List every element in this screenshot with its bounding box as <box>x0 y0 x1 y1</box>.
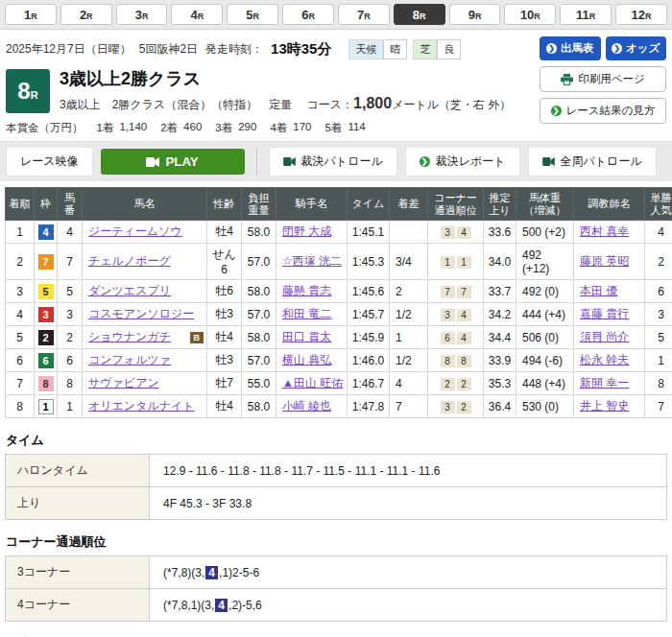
trainer-link[interactable]: 松永 幹夫 <box>580 353 629 366</box>
jockey-link[interactable]: ☆西塚 洸二 <box>282 254 342 268</box>
corner-position: 3 <box>441 226 455 239</box>
blinker-badge: B <box>190 332 204 343</box>
corner-position: 2 <box>457 401 471 413</box>
odds-button[interactable]: ❯オッズ <box>606 36 667 60</box>
time-section-title: タイム <box>6 432 666 449</box>
race-tab-1[interactable]: 1R <box>5 4 57 25</box>
corner-position: 8 <box>441 355 455 367</box>
corner-position: 1 <box>457 256 471 269</box>
trainer-link[interactable]: 西村 真幸 <box>580 224 629 238</box>
jockey-link[interactable]: 横山 典弘 <box>282 353 331 366</box>
table-row: 2 7 7 チェルノボーグ せん6 57.0 ☆西塚 洸二 1:45.3 3/4… <box>6 244 672 280</box>
videocam-icon <box>542 157 555 166</box>
race-tab-11[interactable]: 11R <box>560 4 612 25</box>
race-date: 2025年12月7日（日曜） <box>6 41 132 58</box>
frame-badge: 5 <box>38 284 54 299</box>
trainer-link[interactable]: 本田 優 <box>580 284 617 297</box>
trainer-link[interactable]: 新開 幸一 <box>580 376 629 389</box>
horse-link[interactable]: サヴァビアン <box>88 376 159 389</box>
race-tab-4[interactable]: 4R <box>171 4 223 25</box>
jockey-link[interactable]: 和田 竜二 <box>282 307 331 320</box>
col-header-corner-order: コーナー 通過順位 <box>428 188 484 221</box>
turf-label: 芝 <box>413 39 437 59</box>
full-patrol-button[interactable]: 全周パトロール <box>528 147 657 177</box>
race-tab-6[interactable]: 6R <box>282 4 334 25</box>
jockey-link[interactable]: 田口 貫太 <box>282 330 331 343</box>
col-header-finish: 着順 <box>6 188 35 221</box>
jockey-link[interactable]: 藤懸 貴志 <box>282 284 331 297</box>
col-header-popularity: 単勝 人気 <box>645 188 672 221</box>
col-header-weight-carried: 負担 重量 <box>242 188 276 221</box>
trainer-link[interactable]: 藤原 英昭 <box>580 254 629 268</box>
race-conditions: 3歳以上 2勝クラス（混合）（特指） 定量 コース：1,800メートル（芝・右 … <box>60 95 511 113</box>
race-video-button[interactable]: レース映像 <box>6 147 93 177</box>
horse-link[interactable]: ダンツエスプリ <box>88 284 171 297</box>
trainer-link[interactable]: 井上 智史 <box>580 399 629 413</box>
corner-3-label: 3コーナー <box>6 556 150 589</box>
col-header-margin: 着差 <box>390 188 428 221</box>
corner-position: 7 <box>441 286 455 298</box>
arrow-circle-icon: ❯ <box>420 156 430 167</box>
corner-4-order: (*7,8,1)(3,4,2)-5,6 <box>150 589 667 622</box>
col-header-horse-weight: 馬体重 （増減） <box>516 188 574 221</box>
corner-3-order: (*7,8)(3,4,1)2-5-6 <box>150 556 667 589</box>
frame-badge: 4 <box>38 224 54 240</box>
race-tab-10[interactable]: 10R <box>504 4 556 25</box>
furlong-times-label: ハロンタイム <box>6 455 150 487</box>
jockey-link[interactable]: 団野 大成 <box>282 224 331 238</box>
race-tab-7[interactable]: 7R <box>338 4 390 25</box>
weather-label: 天候 <box>348 39 383 59</box>
stewards-patrol-button[interactable]: 裁決パトロール <box>269 147 397 177</box>
play-button[interactable]: PLAY <box>101 149 245 175</box>
arrow-circle-icon: ❯ <box>546 43 557 54</box>
race-tab-12[interactable]: 12R <box>615 4 667 25</box>
jockey-link[interactable]: 小崎 綾也 <box>282 399 331 413</box>
stewards-report-button[interactable]: ❯裁決レポート <box>405 147 520 177</box>
horse-link[interactable]: コンフォルツァ <box>88 353 171 366</box>
col-header-sex-age: 性齢 <box>207 188 242 221</box>
col-header-time: タイム <box>348 188 390 221</box>
table-row: 8 1 1 オリエンタルナイト 牡4 58.0 小崎 綾也 1:47.8 7 3… <box>6 395 672 418</box>
start-time: 13時35分 <box>271 40 331 59</box>
winner-highlight: 4 <box>215 599 228 612</box>
prize-label: 本賞金（万円） <box>6 121 84 135</box>
jockey-link[interactable]: ▲田山 旺佑 <box>282 376 343 389</box>
videocam-icon <box>146 157 159 167</box>
frame-badge: 7 <box>38 254 54 270</box>
race-tab-5[interactable]: 5R <box>227 4 278 25</box>
race-tab-2[interactable]: 2R <box>60 4 112 25</box>
frame-badge: 3 <box>38 307 54 322</box>
race-number-badge: 8R <box>6 69 50 113</box>
winner-highlight: 4 <box>205 566 218 579</box>
col-header-horse-name: 馬名 <box>83 188 207 221</box>
trainer-link[interactable]: 須貝 尚介 <box>580 330 629 343</box>
horse-link[interactable]: オリエンタルナイト <box>88 399 195 413</box>
course-unit: メートル（芝・右 外） <box>392 98 511 111</box>
race-tab-8-active[interactable]: 8R <box>394 4 445 25</box>
corner-table: 3コーナー (*7,8)(3,4,1)2-5-6 4コーナー (*7,8,1)(… <box>5 555 667 622</box>
race-tab-9[interactable]: 9R <box>449 4 501 25</box>
frame-badge: 2 <box>38 330 54 345</box>
time-table: ハロンタイム 12.9 - 11.6 - 11.8 - 11.8 - 11.7 … <box>5 454 667 520</box>
race-tab-3[interactable]: 3R <box>116 4 168 25</box>
trainer-link[interactable]: 嘉藤 貴行 <box>580 307 629 320</box>
horse-link[interactable]: ジーティームソウ <box>88 224 182 238</box>
top-right-actions: ❯出馬表 ❯オッズ 印刷用ページ ❯レース結果の見方 <box>540 36 666 124</box>
corner-4-label: 4コーナー <box>6 589 150 622</box>
col-header-frame: 枠 <box>35 188 58 221</box>
turf-value: 良 <box>437 39 461 59</box>
corner-position: 3 <box>441 401 455 413</box>
frame-badge: 6 <box>38 353 54 368</box>
results-guide-button[interactable]: ❯レース結果の見方 <box>540 98 666 124</box>
horse-link[interactable]: コスモアンソロジー <box>88 307 194 320</box>
entries-button[interactable]: ❯出馬表 <box>540 36 601 60</box>
furlong-times-value: 12.9 - 11.6 - 11.8 - 11.8 - 11.7 - 11.5 … <box>150 455 667 487</box>
table-row: 6 6 6 コンフォルツァ 牡3 57.0 横山 典弘 1:46.0 1/2 8… <box>6 349 672 372</box>
frame-badge: 1 <box>38 399 54 414</box>
table-row: 3 5 5 ダンツエスプリ 牡6 58.0 藤懸 貴志 1:45.6 2 77 … <box>6 280 672 303</box>
corner-section-title: コーナー通過順位 <box>6 533 666 551</box>
horse-link[interactable]: チェルノボーグ <box>88 254 171 268</box>
print-page-button[interactable]: 印刷用ページ <box>540 66 666 92</box>
horse-link[interactable]: ショウナンガチ <box>88 330 171 343</box>
printer-icon <box>561 74 573 85</box>
